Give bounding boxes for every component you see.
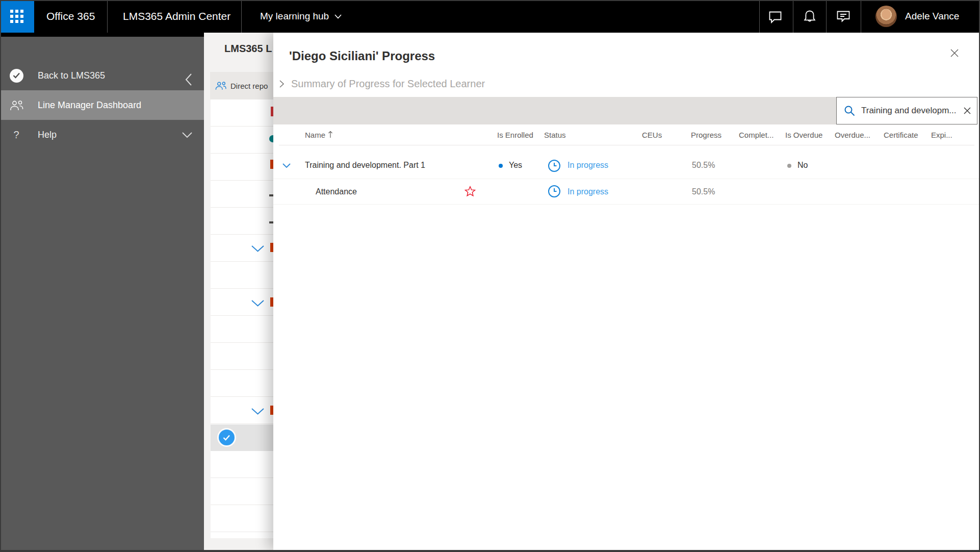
in-progress-clock-icon bbox=[548, 185, 561, 200]
sidebar-item-label: Line Manager Dashboard bbox=[38, 100, 141, 111]
column-header-certificate[interactable]: Certificate bbox=[884, 131, 918, 139]
chat-button[interactable] bbox=[765, 9, 785, 24]
screen: Office 365 LMS365 Admin Center My learni… bbox=[0, 0, 980, 552]
chevron-down-icon bbox=[334, 14, 342, 19]
avatar[interactable] bbox=[875, 6, 897, 27]
close-button[interactable] bbox=[945, 44, 964, 62]
divider bbox=[279, 145, 974, 145]
divider bbox=[793, 0, 793, 33]
column-header-expiration[interactable]: Expi... bbox=[931, 131, 952, 139]
completed-check-icon bbox=[219, 430, 235, 445]
admin-center-title[interactable]: LMS365 Admin Center bbox=[123, 0, 230, 33]
sidebar: Back to LMS365 Line Manager Dashboard ? … bbox=[0, 33, 204, 550]
waffle-icon bbox=[10, 10, 24, 23]
overdue-dot-icon bbox=[787, 164, 791, 168]
course-item-name[interactable]: Attendance bbox=[316, 187, 357, 196]
panel-title: 'Diego Siciliani' Progress bbox=[289, 49, 435, 63]
clipped-text-fragment bbox=[269, 194, 273, 196]
column-header-status[interactable]: Status bbox=[544, 131, 566, 139]
notifications-button[interactable] bbox=[802, 9, 818, 24]
column-header-completed[interactable]: Complet... bbox=[739, 131, 773, 139]
is-enrolled-value: Yes bbox=[509, 161, 522, 170]
status-value[interactable]: In progress bbox=[568, 161, 608, 170]
hub-menu-button[interactable]: My learning hub bbox=[257, 0, 345, 33]
close-icon bbox=[963, 106, 972, 115]
chevron-down-icon bbox=[182, 132, 193, 138]
is-overdue-value: No bbox=[797, 161, 808, 170]
sidebar-item-label: Help bbox=[38, 130, 57, 140]
chevron-down-icon[interactable] bbox=[251, 245, 265, 253]
divider bbox=[107, 0, 108, 33]
people-icon bbox=[215, 81, 227, 90]
clipped-teal-icon-fragment bbox=[269, 135, 273, 142]
close-icon bbox=[949, 47, 960, 59]
chevron-down-icon bbox=[282, 163, 291, 168]
feedback-button[interactable] bbox=[834, 9, 853, 23]
divider bbox=[273, 204, 980, 205]
sidebar-item-line-manager-dashboard[interactable]: Line Manager Dashboard bbox=[0, 90, 204, 120]
feedback-icon bbox=[835, 10, 852, 23]
chevron-right-icon bbox=[279, 80, 285, 88]
background-page-title: LMS365 L bbox=[224, 43, 272, 55]
background-list bbox=[211, 99, 273, 538]
column-header-label: Name bbox=[305, 131, 325, 139]
progress-value: 50.5% bbox=[692, 161, 715, 170]
bell-icon bbox=[803, 9, 816, 23]
sidebar-item-label: Back to LMS365 bbox=[38, 70, 105, 81]
sidebar-item-back-to-lms365[interactable]: Back to LMS365 bbox=[0, 61, 204, 90]
tab-label: Direct repo bbox=[230, 82, 268, 90]
divider bbox=[273, 179, 980, 179]
status-value[interactable]: In progress bbox=[568, 187, 608, 196]
office365-brand[interactable]: Office 365 bbox=[46, 0, 95, 33]
progress-panel: 'Diego Siciliani' Progress Summary of Pr… bbox=[273, 33, 980, 550]
people-icon bbox=[9, 100, 24, 111]
sidebar-item-help[interactable]: ? Help bbox=[0, 120, 204, 149]
progress-value: 50.5% bbox=[692, 187, 715, 196]
check-circle-icon bbox=[9, 69, 24, 83]
divider bbox=[759, 0, 760, 33]
hub-menu-label: My learning hub bbox=[260, 11, 329, 22]
search-input[interactable] bbox=[860, 105, 958, 116]
divider bbox=[861, 0, 861, 33]
background-page: LMS365 L Direct repo bbox=[204, 33, 273, 550]
column-header-progress[interactable]: Progress bbox=[691, 131, 721, 139]
divider bbox=[241, 0, 242, 33]
chevron-down-icon[interactable] bbox=[251, 408, 265, 415]
column-header-ceus[interactable]: CEUs bbox=[642, 131, 662, 139]
breadcrumb-label: Summary of Progress for Selected Learner bbox=[291, 78, 485, 90]
tab-direct-reports[interactable]: Direct repo bbox=[210, 72, 273, 99]
chat-icon bbox=[768, 10, 783, 23]
chevron-down-icon[interactable] bbox=[251, 299, 265, 307]
breadcrumb: Summary of Progress for Selected Learner bbox=[279, 76, 485, 92]
clipped-text-fragment bbox=[269, 221, 273, 223]
sort-ascending-icon bbox=[328, 131, 333, 138]
column-header-is-enrolled[interactable]: Is Enrolled bbox=[497, 131, 533, 139]
user-name[interactable]: Adele Vance bbox=[905, 0, 959, 33]
divider bbox=[826, 0, 827, 33]
question-mark-icon: ? bbox=[9, 129, 24, 141]
topbar: Office 365 LMS365 Admin Center My learni… bbox=[0, 0, 980, 33]
column-header-name[interactable]: Name bbox=[305, 131, 333, 139]
column-header-is-overdue[interactable]: Is Overdue bbox=[785, 131, 822, 139]
in-progress-clock-icon bbox=[548, 159, 561, 174]
course-name[interactable]: Training and development. Part 1 bbox=[305, 161, 425, 170]
clear-search-button[interactable] bbox=[963, 106, 972, 115]
search-box bbox=[836, 97, 977, 124]
app-launcher-button[interactable] bbox=[0, 0, 34, 33]
row-expand-button[interactable] bbox=[282, 163, 291, 168]
favorite-star-icon[interactable] bbox=[465, 186, 476, 199]
enrolled-dot-icon bbox=[499, 164, 503, 168]
column-header-overdue[interactable]: Overdue... bbox=[835, 131, 870, 139]
sidebar-top-gap bbox=[0, 33, 204, 37]
search-icon bbox=[844, 105, 855, 116]
toolbar-strip bbox=[273, 97, 836, 124]
